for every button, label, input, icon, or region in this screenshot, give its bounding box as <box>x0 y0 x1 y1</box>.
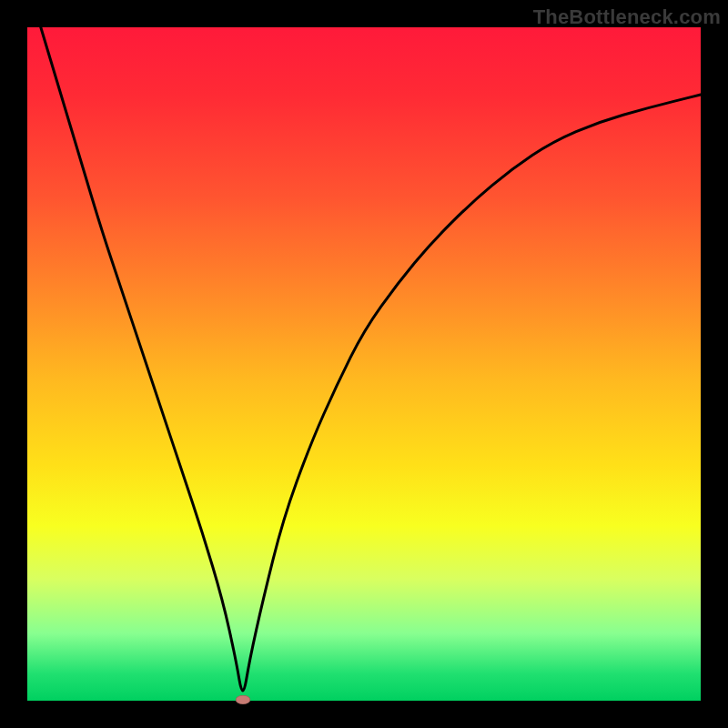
watermark-text: TheBottleneck.com <box>533 5 721 29</box>
gradient-plot-area <box>27 27 701 701</box>
minimum-marker-dot <box>236 695 250 704</box>
bottleneck-curve <box>27 27 701 701</box>
